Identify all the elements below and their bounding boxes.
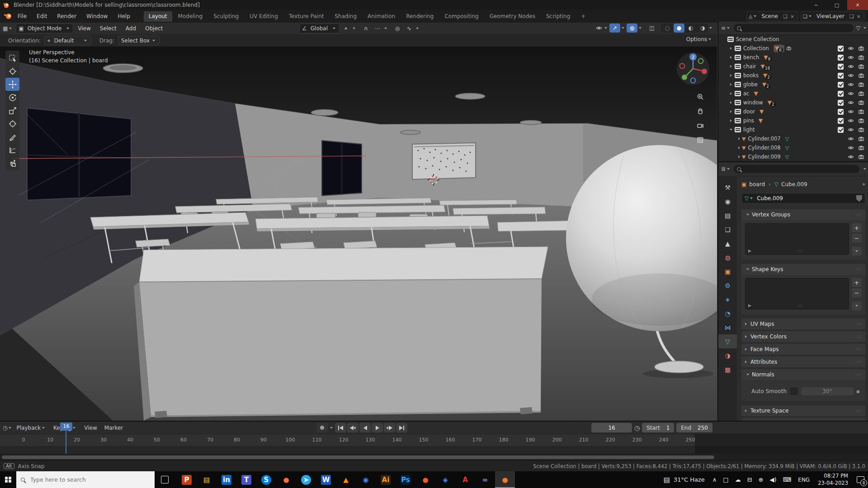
disable-render-icon[interactable]	[858, 45, 864, 52]
outliner-item-door[interactable]: ▼ door ▼ ▽	[718, 107, 868, 116]
language-indicator[interactable]: ENG	[794, 477, 813, 483]
close-button[interactable]: ✕	[847, 0, 868, 10]
properties-editor-icon[interactable]: ≣	[721, 166, 726, 172]
collection-checkbox[interactable]	[838, 109, 844, 115]
hide-viewport-icon[interactable]	[848, 145, 854, 151]
tab-scene[interactable]: ▲	[718, 236, 737, 250]
taskbar-app-vlc[interactable]: ▲	[336, 471, 356, 488]
outliner-item-cylinder-007[interactable]: ▼ Cylinder.007 ▼ ▽	[718, 134, 868, 143]
collection-checkbox[interactable]	[838, 46, 844, 52]
tray-icon-volume[interactable]: ◀)	[766, 476, 779, 483]
add-vertex-group-button[interactable]: +	[852, 223, 862, 232]
outliner-options-icon[interactable]	[863, 27, 866, 29]
texture-space-header[interactable]: Texture Space∷∷	[741, 405, 865, 416]
remove-vertex-group-button[interactable]: −	[852, 234, 862, 243]
shield-icon[interactable]	[856, 195, 862, 202]
auto-keying-button[interactable]	[316, 423, 328, 432]
hide-viewport-icon[interactable]	[848, 99, 854, 106]
material-shading-button[interactable]: ◐	[685, 23, 696, 33]
transform-orientation-dropdown[interactable]: ∠ Global	[299, 23, 340, 33]
properties-options-icon[interactable]	[863, 168, 866, 170]
auto-smooth-angle-slider[interactable]: 30°	[801, 387, 854, 395]
tab-material[interactable]: ◑	[718, 348, 737, 362]
overlays-toggle[interactable]: ◍	[627, 23, 637, 33]
solid-shading-button[interactable]: ●	[674, 23, 684, 33]
expander-icon[interactable]	[728, 119, 734, 122]
expander-icon[interactable]	[728, 47, 734, 50]
face-maps-header[interactable]: Face Maps∷∷	[741, 344, 865, 355]
tab-render[interactable]: ◉	[718, 194, 737, 208]
tab-texture[interactable]: ▦	[718, 362, 737, 376]
expander-icon[interactable]	[728, 83, 734, 86]
taskbar-app-skype[interactable]: S	[256, 471, 276, 488]
options-dropdown[interactable]: Options	[686, 36, 712, 42]
disable-render-icon[interactable]	[858, 90, 864, 97]
outliner-item-scene-collection[interactable]: ▼ Scene Collection ▼ ▽	[718, 35, 868, 44]
outliner-item-window[interactable]: ▼ window ▼2 ▽	[718, 98, 868, 107]
tab-constraints[interactable]: ⋈	[718, 320, 737, 334]
viewport-menu-item[interactable]: View	[73, 25, 95, 32]
hide-viewport-icon[interactable]	[848, 108, 854, 115]
start-frame-field[interactable]: Start1	[642, 423, 674, 432]
proportional-falloff-dropdown[interactable]: ∿	[404, 24, 415, 33]
scene-selector[interactable]: ◬ Scene ❏ ×	[746, 11, 798, 21]
expander-icon[interactable]	[728, 65, 734, 68]
previous-keyframe-button[interactable]	[347, 423, 359, 432]
taskbar-app-chrome[interactable]: ◉	[356, 471, 376, 488]
taskbar-app-app-orange[interactable]: ●	[415, 471, 435, 488]
mode-dropdown[interactable]: ▣ Object Mode	[16, 23, 73, 33]
tab-tool[interactable]: ⚒	[718, 180, 737, 194]
animate-property-icon[interactable]: ▪	[856, 388, 860, 394]
expander-icon[interactable]	[728, 101, 734, 104]
tab-modifiers[interactable]: ⚙	[718, 278, 737, 292]
viewport-menu-item[interactable]: Select	[95, 25, 121, 32]
collection-checkbox[interactable]	[838, 118, 844, 124]
rendered-shading-button[interactable]: ◑	[697, 23, 708, 33]
blender-menu-icon[interactable]	[4, 13, 13, 20]
taskbar-app-powerpoint[interactable]: P	[177, 471, 197, 488]
tray-icon-keyboard[interactable]: ⌨	[780, 476, 795, 483]
vertex-groups-header[interactable]: Vertex Groups∷∷	[741, 209, 865, 220]
task-view-icon[interactable]	[161, 476, 169, 483]
taskbar-app-visual-studio[interactable]: ∞	[475, 471, 495, 488]
zoom-button[interactable]	[694, 91, 706, 103]
pivot-point-dropdown[interactable]: ⌖	[340, 24, 351, 33]
outliner-editor-icon[interactable]: ≡	[721, 25, 726, 31]
disable-render-icon[interactable]	[858, 154, 864, 160]
next-keyframe-button[interactable]	[384, 423, 395, 432]
menu-item[interactable]: Render	[52, 10, 81, 23]
snap-toggle[interactable]: ∩	[360, 24, 371, 33]
expander-icon[interactable]	[728, 74, 734, 77]
outliner-item-bench[interactable]: ▼ bench ▼9 ▽	[718, 53, 868, 62]
outliner-item-books[interactable]: ▼ books ▼2 ▽	[718, 71, 868, 80]
properties-search[interactable]	[734, 165, 859, 173]
taskbar-app-maps[interactable]: ◈	[435, 471, 455, 488]
taskbar-app-app-red[interactable]: A	[455, 471, 475, 488]
expander-icon[interactable]	[736, 146, 742, 149]
maximize-button[interactable]: □	[826, 0, 847, 10]
outliner-search[interactable]	[734, 24, 854, 32]
tray-icon-network[interactable]: ⊕	[755, 476, 767, 483]
tab-object-data[interactable]: ▽	[718, 334, 737, 348]
window-back[interactable]	[322, 141, 362, 196]
xray-toggle[interactable]: ◫	[646, 23, 657, 33]
orientation-dropdown[interactable]: ⌖ Default	[44, 36, 91, 45]
tray-icon-onedrive[interactable]: ☁	[732, 476, 744, 483]
scrollbar-thumb[interactable]	[2, 455, 714, 459]
use-preview-range-icon[interactable]: ◷	[634, 424, 640, 432]
viewport-canvas[interactable]: User Perspective (16) Scene Collection |…	[0, 47, 717, 421]
shape-key-specials-button[interactable]	[852, 301, 862, 310]
camera-view-button[interactable]	[694, 120, 706, 131]
select-box-tool[interactable]	[5, 52, 19, 65]
pan-button[interactable]	[694, 105, 706, 117]
menu-item[interactable]: File	[13, 10, 32, 23]
tab-view-layer[interactable]: ❏	[718, 222, 737, 236]
menu-item[interactable]: Help	[113, 10, 135, 23]
taskbar-search[interactable]	[16, 471, 155, 488]
wireframe-shading-button[interactable]: ◌	[662, 23, 673, 33]
viewlayer-selector[interactable]: ❏ ViewLayer ❏ ×	[801, 11, 864, 21]
play-button[interactable]	[372, 423, 383, 432]
shape-keys-list[interactable]: ▶∷∷	[745, 278, 849, 310]
disable-render-icon[interactable]	[858, 117, 864, 124]
uv-maps-header[interactable]: UV Maps∷∷	[741, 319, 865, 329]
